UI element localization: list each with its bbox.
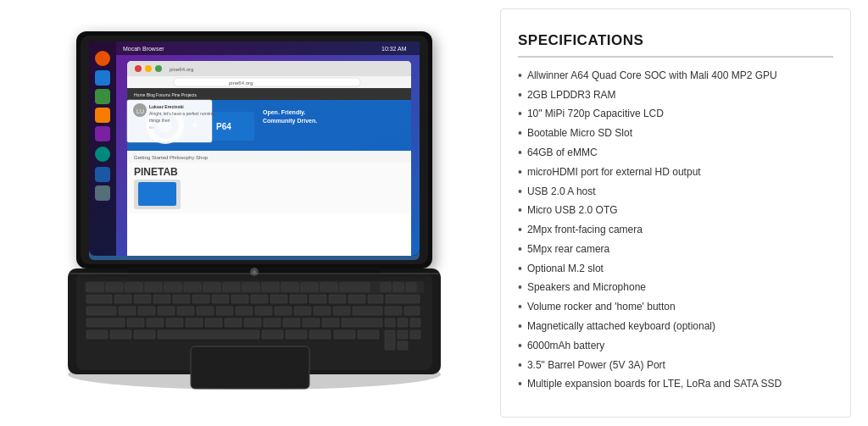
svg-rect-53 <box>404 307 420 315</box>
svg-rect-25 <box>153 295 170 303</box>
bullet-icon: • <box>518 358 522 373</box>
bullet-icon: • <box>518 377 522 391</box>
svg-rect-19 <box>381 283 391 291</box>
spec-text: Multiple expansion boards for LTE, LoRa … <box>527 377 833 391</box>
svg-rect-68 <box>398 318 408 327</box>
spec-text: 10" MiPi 720p Capacitive LCD <box>527 107 833 121</box>
spec-item: •10" MiPi 720p Capacitive LCD <box>518 104 833 124</box>
bullet-icon: • <box>518 165 522 180</box>
svg-rect-29 <box>231 295 248 303</box>
bullet-icon: • <box>518 88 522 102</box>
bullet-icon: • <box>518 300 522 314</box>
spec-item: •64GB of eMMC <box>518 143 833 163</box>
svg-rect-50 <box>333 307 350 315</box>
spec-text: 5Mpx rear camera <box>527 242 833 257</box>
svg-rect-5 <box>86 283 103 291</box>
svg-rect-15 <box>281 283 298 291</box>
svg-rect-54 <box>86 318 125 327</box>
svg-rect-40 <box>138 307 155 315</box>
svg-rect-62 <box>264 318 281 327</box>
svg-rect-79 <box>385 330 395 350</box>
svg-rect-51 <box>353 307 382 315</box>
svg-rect-55 <box>127 318 144 327</box>
svg-rect-58 <box>186 318 203 327</box>
svg-rect-70 <box>86 330 108 339</box>
svg-rect-16 <box>301 283 318 291</box>
svg-rect-75 <box>286 330 307 339</box>
svg-rect-73 <box>158 330 259 339</box>
bullet-icon: • <box>518 203 522 218</box>
svg-rect-66 <box>342 318 382 327</box>
spec-text: 6000mAh battery <box>527 339 833 353</box>
svg-rect-77 <box>334 330 355 339</box>
svg-rect-76 <box>309 330 331 339</box>
spec-item: •Allwinner A64 Quad Core SOC with Mali 4… <box>518 66 833 86</box>
svg-rect-67 <box>385 318 395 327</box>
svg-rect-39 <box>119 307 136 315</box>
specifications-panel: SPECIFICATIONS •Allwinner A64 Quad Core … <box>500 8 851 418</box>
spec-text: 3.5" Barrel Power (5V 3A) Port <box>527 358 833 373</box>
bullet-icon: • <box>518 319 522 334</box>
svg-rect-36 <box>368 295 383 303</box>
spec-item: •Multiple expansion boards for LTE, LoRa… <box>518 374 833 394</box>
svg-rect-8 <box>145 283 162 291</box>
svg-rect-140 <box>68 273 441 274</box>
svg-rect-59 <box>205 318 222 327</box>
bullet-icon: • <box>518 185 522 199</box>
device-image-panel: Mocah Browser 10:32 AM pine64.org <box>17 8 492 418</box>
spec-text: 2Mpx front-facing camera <box>527 223 833 237</box>
svg-rect-22 <box>86 295 112 303</box>
svg-rect-60 <box>225 318 242 327</box>
svg-rect-65 <box>322 318 339 327</box>
laptop-svg: Mocah Browser 10:32 AM pine64.org <box>42 23 466 404</box>
svg-rect-27 <box>192 295 209 303</box>
spec-item: •Speakers and Microphone <box>518 278 833 297</box>
spec-text: Micro USB 2.0 OTG <box>527 203 833 218</box>
svg-rect-18 <box>340 283 370 291</box>
spec-item: •Volume rocker and 'home' button <box>518 297 833 317</box>
svg-rect-49 <box>314 307 331 315</box>
svg-rect-61 <box>244 318 261 327</box>
svg-rect-13 <box>242 283 259 291</box>
spec-text: Speakers and Microphone <box>527 280 833 295</box>
laptop-illustration: Mocah Browser 10:32 AM pine64.org <box>42 23 466 404</box>
svg-rect-69 <box>410 318 420 327</box>
spec-text: 2GB LPDDR3 RAM <box>527 88 833 102</box>
svg-rect-38 <box>86 307 116 315</box>
svg-rect-74 <box>262 330 283 339</box>
bullet-icon: • <box>518 107 522 121</box>
svg-rect-64 <box>303 318 320 327</box>
svg-rect-20 <box>393 283 403 291</box>
svg-rect-56 <box>147 318 164 327</box>
spec-item: •2GB LPDDR3 RAM <box>518 86 833 105</box>
svg-rect-136 <box>89 41 420 260</box>
svg-rect-34 <box>329 295 346 303</box>
svg-rect-63 <box>283 318 300 327</box>
svg-rect-43 <box>197 307 214 315</box>
svg-rect-21 <box>406 283 416 291</box>
spec-item: •5Mpx rear camera <box>518 240 833 259</box>
svg-rect-46 <box>255 307 272 315</box>
spec-item: •2Mpx front-facing camera <box>518 220 833 240</box>
svg-rect-24 <box>134 295 151 303</box>
svg-rect-80 <box>398 330 408 339</box>
svg-rect-82 <box>398 341 408 350</box>
svg-rect-7 <box>125 283 142 291</box>
spec-item: •3.5" Barrel Power (5V 3A) Port <box>518 356 833 375</box>
spec-text: Optional M.2 slot <box>527 262 833 276</box>
svg-rect-44 <box>216 307 233 315</box>
svg-rect-17 <box>320 283 337 291</box>
spec-item: •Micro USB 2.0 OTG <box>518 201 833 220</box>
svg-rect-78 <box>358 330 379 339</box>
svg-rect-83 <box>191 346 309 389</box>
spec-item: •Bootable Micro SD Slot <box>518 124 833 143</box>
svg-rect-10 <box>184 283 201 291</box>
bullet-icon: • <box>518 223 522 237</box>
bullet-icon: • <box>518 242 522 257</box>
spec-text: Magnetically attached keyboard (optional… <box>527 319 833 334</box>
spec-item: •6000mAh battery <box>518 336 833 356</box>
bullet-icon: • <box>518 280 522 295</box>
bullet-icon: • <box>518 69 522 83</box>
svg-rect-23 <box>114 295 131 303</box>
svg-rect-32 <box>290 295 307 303</box>
